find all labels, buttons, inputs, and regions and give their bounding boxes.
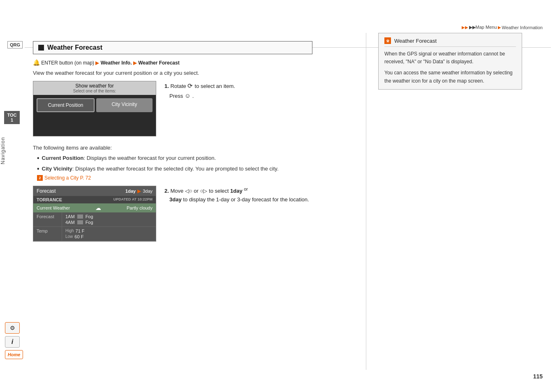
- or-sup: or: [244, 187, 248, 191]
- high-val: 71 F: [76, 228, 85, 233]
- step1-instruction: 1. Rotate ⟳ to select an item. Press ☺ .: [164, 81, 354, 101]
- link-ref-text: Selecting a City P. 72: [44, 175, 91, 181]
- screenshot1-subtitle: Select one of the items:: [37, 89, 153, 93]
- title-icon: [38, 45, 44, 51]
- bottom-icons: ⚙ i Home: [5, 322, 23, 359]
- item1-text: : Displays the weather forecast for your…: [83, 155, 216, 161]
- intro-text: View the weather forecast for your curre…: [33, 70, 354, 76]
- time1: 1AM: [65, 214, 75, 219]
- settings-icon-box[interactable]: ⚙: [5, 322, 20, 334]
- day1-bold: 1day: [230, 188, 244, 194]
- condition1: Fog: [86, 214, 93, 219]
- nav-path: 🔔 ENTER button (on map) ▶ Weather Info. …: [33, 59, 354, 66]
- forecast-header: Forecast 1day ▶ 3day: [33, 186, 156, 196]
- link-ref-icon: 2: [37, 175, 43, 181]
- link-ref[interactable]: 2 Selecting a City P. 72: [37, 175, 354, 181]
- bullet-item-1: • Current Position: Displays the weather…: [33, 154, 354, 162]
- note-para-2: You can access the same weather informat…: [384, 69, 516, 85]
- breadcrumb-weather-info: Weather Information: [502, 25, 543, 30]
- nav-enter-text: ENTER button (on map): [41, 60, 94, 66]
- nav-weather-forecast: Weather Forecast: [138, 60, 179, 66]
- high-label: High: [65, 228, 74, 233]
- home-button[interactable]: Home: [5, 350, 23, 359]
- main-content: Weather Forecast 🔔 ENTER button (on map)…: [25, 33, 362, 246]
- toc-badge[interactable]: TOC 1: [4, 111, 20, 124]
- day1-label: 1day: [125, 189, 136, 194]
- breadcrumb-map: ▶▶Map Menu: [469, 25, 497, 30]
- section-title: Weather Forecast: [47, 44, 102, 51]
- forecast-update: UPDATED AT 10:22PM: [113, 197, 153, 202]
- bell-icon: 🔔: [33, 59, 40, 66]
- forecast-label: Forecast: [37, 188, 56, 194]
- step2-instruction: 2. Move ◁○ or ○▷ to select 1day or 3day …: [164, 186, 354, 204]
- note-title: ※ Weather Forecast: [384, 37, 516, 47]
- current-weather-label: Current Weather: [37, 205, 70, 210]
- step2-text3: to display the 1-day or 3-day forecast f…: [183, 196, 309, 203]
- qrg-badge[interactable]: QRG: [7, 41, 23, 48]
- items-header: The following items are available:: [33, 145, 354, 151]
- forecast-row-1: Forecast 1AM Fog 4AM Fog: [33, 212, 156, 227]
- low-label: Low: [65, 234, 73, 239]
- breadcrumb-arrow2: ▶: [498, 25, 501, 30]
- forecast-screenshot: Forecast 1day ▶ 3day TORRANCE UPDATED AT…: [33, 186, 156, 242]
- page-number: 115: [533, 373, 543, 380]
- forecast-row2-label: Temp: [33, 227, 62, 241]
- breadcrumb-arrow: ▶▶: [462, 25, 468, 30]
- right-symbol: ○▷: [200, 188, 209, 194]
- forecast-current: Current Weather ☁ Partly cloudy: [33, 203, 156, 212]
- home-label: Home: [8, 352, 21, 357]
- screenshot1-title: Show weather for Select one of the items…: [33, 81, 156, 95]
- breadcrumb: ▶▶ ▶▶Map Menu ▶ Weather Information: [462, 25, 543, 30]
- step1-area: Show weather for Select one of the items…: [33, 81, 354, 141]
- day3-bold: 3day: [169, 196, 182, 203]
- note-para-1: When the GPS signal or weather informati…: [384, 50, 516, 66]
- section-title-box: Weather Forecast: [33, 41, 312, 54]
- day3-label: 3day: [143, 189, 153, 194]
- note-content: When the GPS signal or weather informati…: [384, 50, 516, 85]
- condition2: Fog: [86, 220, 93, 225]
- left-symbol: ◁○: [185, 188, 194, 194]
- city-vicinity-btn[interactable]: City Vicinity: [96, 98, 153, 112]
- forecast-day-selector: 1day ▶ 3day: [125, 188, 153, 194]
- forecast-city: TORRANCE UPDATED AT 10:22PM: [33, 196, 156, 203]
- screenshot1-buttons: Current Position City Vicinity: [37, 98, 153, 112]
- forecast-row1-label: Forecast: [33, 212, 62, 226]
- bullet-item-2: • City Vicinity: Displays the weather fo…: [33, 165, 354, 173]
- item2-text: : Displays the weather forecast for the …: [72, 166, 279, 172]
- step1-number: 1.: [164, 83, 169, 89]
- item2-label: City Vicinity: [42, 166, 72, 172]
- note-title-text: Weather Forecast: [394, 38, 437, 44]
- low-val: 60 F: [74, 234, 83, 239]
- screenshot1-spacer: [33, 115, 156, 136]
- current-position-btn[interactable]: Current Position: [37, 98, 95, 112]
- settings-icon: ⚙: [10, 325, 15, 331]
- forecast-row-2: Temp High 71 F Low 60 F: [33, 227, 156, 241]
- cloud-icon: ☁: [95, 205, 101, 211]
- note-icon: ※: [384, 37, 391, 44]
- item1-label: Current Position: [42, 155, 84, 161]
- press-symbol: ☺: [185, 92, 191, 99]
- step2-number: 2.: [164, 188, 169, 194]
- or-text: or: [194, 188, 199, 194]
- items-list: The following items are available: • Cur…: [33, 145, 354, 181]
- screenshot1: Show weather for Select one of the items…: [33, 81, 156, 136]
- right-sidebar: ※ Weather Forecast When the GPS signal o…: [370, 33, 530, 90]
- info-icon: i: [12, 338, 13, 346]
- vertical-divider: [366, 33, 366, 370]
- weather-desc: Partly cloudy: [127, 205, 153, 210]
- forecast-data-1: 1AM Fog 4AM Fog: [62, 212, 97, 226]
- rotate-symbol: ⟳: [187, 82, 194, 89]
- forecast-table: Forecast 1AM Fog 4AM Fog: [33, 212, 156, 241]
- weather-icon-4am: [77, 220, 83, 224]
- press-text: Press: [169, 93, 183, 99]
- nav-label: Navigation: [0, 127, 6, 164]
- time2: 4AM: [65, 220, 75, 225]
- forecast-data-2: High 71 F Low 60 F: [62, 227, 88, 241]
- weather-icon-1am: [77, 214, 83, 219]
- press-suffix: .: [192, 93, 194, 99]
- info-icon-box[interactable]: i: [5, 336, 20, 348]
- nav-weather-info: Weather Info.: [101, 60, 132, 66]
- step2-area: Forecast 1day ▶ 3day TORRANCE UPDATED AT…: [33, 186, 354, 246]
- note-box: ※ Weather Forecast When the GPS signal o…: [378, 33, 522, 90]
